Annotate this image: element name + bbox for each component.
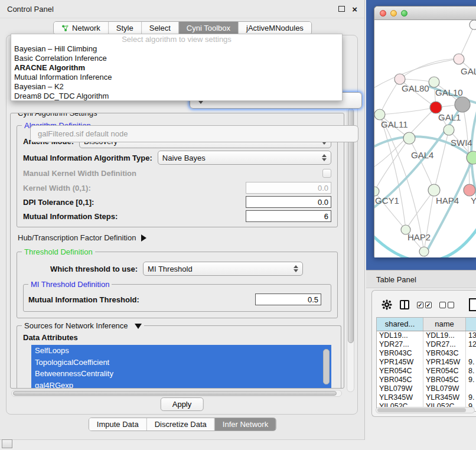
- mi-type-value: Naive Bayes: [162, 154, 318, 162]
- table-cell: YPR145W: [423, 358, 466, 367]
- mi-steps-row: Mutual Information Steps:: [23, 210, 331, 222]
- checkbox-checked-icon: [417, 302, 423, 308]
- horizontal-scrollbar-thumb[interactable]: [13, 391, 337, 396]
- table-row[interactable]: YDL19...YDL19...13: [377, 331, 476, 340]
- attribute-item[interactable]: gal4RGexp: [31, 380, 331, 389]
- which-threshold-combo[interactable]: MI Threshold: [143, 262, 303, 276]
- table-row[interactable]: YLR345WYLR345W9.: [377, 393, 476, 402]
- gear-icon[interactable]: [382, 299, 392, 310]
- algorithm-option[interactable]: Mutual Information Inference: [11, 73, 342, 82]
- node-table: shared...nameA YDL19...YDL19...13YDR27..…: [376, 317, 476, 412]
- network-node-pink-right[interactable]: [464, 184, 475, 196]
- table-cell: YBR043C: [377, 349, 423, 358]
- algorithm-option[interactable]: Dream8 DC_TDC Algorithm: [11, 92, 342, 101]
- kernel-width-input: [246, 182, 331, 194]
- table-row[interactable]: YDR27...YDR27...12: [377, 340, 476, 349]
- network-node-GAL10[interactable]: [429, 77, 439, 87]
- attribute-item[interactable]: BetweennessCentrality: [31, 368, 331, 380]
- document-icon[interactable]: [469, 298, 476, 311]
- network-edge: [380, 79, 400, 115]
- network-edge: [406, 190, 434, 230]
- apply-button[interactable]: Apply: [161, 397, 204, 411]
- settings-vertical-scrollbar[interactable]: [347, 106, 354, 392]
- table-panel-title: Table Panel: [376, 275, 416, 284]
- algorithm-option[interactable]: Bayesian – K2: [11, 82, 342, 92]
- dpi-tolerance-input[interactable]: [246, 196, 331, 208]
- bottom-tabs: Impute DataDiscretize DataInfer Network: [89, 418, 276, 431]
- table-row[interactable]: YBR043CYBR043C: [377, 349, 476, 358]
- network-node-partial-bottom[interactable]: [419, 247, 429, 256]
- collapsed-panel-icon[interactable]: [2, 439, 12, 448]
- manual-kernel-checkbox[interactable]: [322, 169, 331, 178]
- network-edge: [400, 59, 459, 79]
- network-node-SWI4[interactable]: [467, 151, 476, 164]
- table-header-row: shared...nameA: [377, 318, 476, 331]
- tab-jactivemnodules[interactable]: jActiveMNodules: [238, 22, 311, 34]
- columns-icon[interactable]: [400, 300, 409, 309]
- hub-definition-toggle[interactable]: Hub/Transcription Factor Definition: [18, 233, 344, 242]
- table-row[interactable]: YBL079WYBL079W: [377, 384, 476, 393]
- attribute-item[interactable]: TopologicalCoefficient: [31, 357, 331, 369]
- table-cell: 13: [466, 331, 476, 340]
- network-node-GAL1[interactable]: [430, 102, 442, 113]
- checked-boxes-icon[interactable]: [417, 302, 432, 308]
- sources-group: Sources for Network Inference Data Attri…: [17, 325, 341, 389]
- close-icon[interactable]: ×: [352, 5, 357, 14]
- network-edge: [380, 115, 406, 230]
- network-canvas[interactable]: GALGAL80GAL10GAL1GAL11GAL4SWI4GCY1HAP4YH…: [374, 20, 476, 257]
- algorithm-option[interactable]: Bayesian – Hill Climbing: [11, 44, 342, 54]
- zoom-traffic-light-icon[interactable]: [401, 10, 407, 17]
- network-node-gray-node[interactable]: [455, 97, 470, 112]
- mi-steps-input[interactable]: [246, 210, 331, 222]
- mi-type-combo[interactable]: Naive Bayes: [158, 151, 331, 165]
- tab-network[interactable]: Network: [54, 22, 108, 34]
- tab-discretize-data[interactable]: Discretize Data: [146, 418, 214, 431]
- attribute-item[interactable]: SelfLoops: [31, 345, 331, 357]
- mi-threshold-group: MI Threshold Definition Mutual Informati…: [23, 284, 331, 312]
- table-scrollbar-thumb[interactable]: [377, 408, 466, 412]
- tab-impute-data[interactable]: Impute Data: [89, 418, 146, 431]
- table-panel-titlebar: Table Panel: [366, 270, 476, 288]
- mi-threshold-input[interactable]: [255, 294, 321, 305]
- close-traffic-light-icon[interactable]: [380, 10, 386, 17]
- network-node-HAP4[interactable]: [428, 184, 440, 196]
- settings-horizontal-scrollbar[interactable]: [11, 390, 342, 397]
- stepper-arrows-icon: [322, 154, 327, 161]
- column-header[interactable]: A: [466, 318, 476, 331]
- tab-select[interactable]: Select: [141, 22, 178, 34]
- network-node-GAL4[interactable]: [403, 132, 415, 144]
- control-panel-window: Control Panel × NetworkStyleSelectCyni T…: [0, 0, 365, 440]
- vertical-scrollbar-thumb[interactable]: [348, 108, 354, 343]
- network-node-GCY1[interactable]: [374, 187, 379, 196]
- table-row[interactable]: YER054CYER054C8.: [377, 367, 476, 376]
- table-row[interactable]: YPR145WYPR145W9.: [377, 358, 476, 367]
- network-node-mid-green[interactable]: [444, 125, 454, 135]
- collapse-down-icon[interactable]: [135, 324, 142, 329]
- mi-type-row: Mutual Information Algorithm Type: Naive…: [23, 151, 331, 165]
- table-cell: YBL079W: [423, 384, 466, 393]
- tab-cyni-toolbox[interactable]: Cyni Toolbox: [178, 22, 238, 34]
- table-source-combo[interactable]: galFiltered.sif default node: [30, 125, 358, 142]
- network-window-titlebar[interactable]: [374, 6, 476, 20]
- float-window-icon[interactable]: [338, 6, 345, 12]
- column-header[interactable]: name: [423, 318, 466, 331]
- unchecked-boxes-icon[interactable]: [439, 302, 454, 308]
- network-node-gal-pink[interactable]: [454, 54, 464, 64]
- data-attributes-list[interactable]: SelfLoopsTopologicalCoefficientBetweenne…: [31, 345, 331, 389]
- network-node-GAL11[interactable]: [374, 109, 385, 120]
- column-header[interactable]: shared...: [377, 318, 423, 331]
- algorithm-option[interactable]: Basic Correlation Inference: [11, 54, 342, 63]
- network-node-partial-top[interactable]: [470, 20, 476, 30]
- tab-label: jActiveMNodules: [246, 24, 304, 32]
- table-row[interactable]: YBR045CYBR045C9.: [377, 376, 476, 384]
- algorithm-option[interactable]: ARACNE Algorithm: [11, 63, 342, 73]
- minimize-traffic-light-icon[interactable]: [390, 10, 397, 17]
- data-attributes-label: Data Attributes: [23, 333, 336, 342]
- node-label-GAL4: GAL4: [411, 150, 433, 160]
- tab-infer-network[interactable]: Infer Network: [214, 418, 276, 431]
- tab-label: Select: [149, 24, 171, 32]
- list-scrollbar-thumb[interactable]: [323, 349, 330, 384]
- tab-style[interactable]: Style: [108, 22, 141, 34]
- table-horizontal-scrollbar[interactable]: [376, 407, 475, 413]
- network-edge: [380, 107, 436, 115]
